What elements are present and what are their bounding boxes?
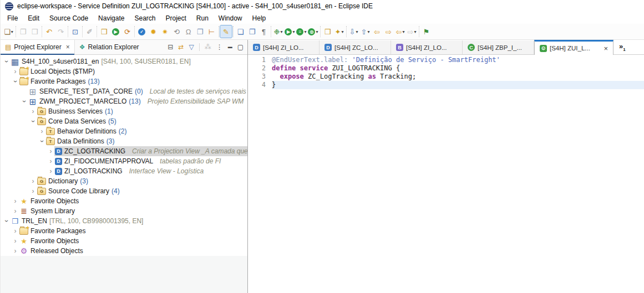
view-tab-relation-explorer[interactable]: ❖Relation Explorer (75, 40, 144, 54)
redo-button[interactable]: ↷ (55, 25, 67, 38)
chevron-expanded-icon[interactable]: › (3, 58, 10, 65)
chevron-expanded-icon[interactable]: › (21, 98, 28, 105)
tree-item-local-objects-tmp[interactable]: ›★Local Objects ($TMP) (1, 66, 247, 76)
close-view-tab-button[interactable]: × (66, 43, 70, 51)
search-button[interactable]: ✦▾ (333, 25, 345, 38)
code-text[interactable]: define service ZUI_LOGTRACKING { (272, 64, 644, 73)
run-as-dropdown-arrow[interactable]: ▾ (292, 29, 295, 34)
menu-edit[interactable]: Edit (23, 13, 44, 23)
tree-item-zc-logtracking[interactable]: ›DZC_LOGTRACKINGCriar a Projection View … (1, 146, 247, 156)
minimize-button[interactable]: ▬ (228, 45, 232, 49)
chevron-collapsed-icon[interactable]: › (12, 238, 19, 244)
chevron-collapsed-icon[interactable]: › (12, 198, 19, 204)
activate-button[interactable]: ✹ (148, 25, 159, 38)
focus-button[interactable]: ⁂ (205, 44, 211, 50)
undo-button[interactable]: ↶ (43, 25, 55, 38)
save-button[interactable]: ❐ (17, 25, 29, 38)
new-button[interactable]: ❏▾ (3, 25, 14, 38)
previous-annotation-button[interactable]: ⇧▾ (359, 25, 371, 38)
next-edit-location-button[interactable]: ⇨ (383, 25, 394, 38)
open-development-object-button[interactable]: ❒ (98, 25, 110, 38)
open-resource-button[interactable]: ❒ (322, 25, 333, 38)
debug-as-button[interactable]: ❉▾ (272, 25, 284, 38)
synchronize-button[interactable]: ⟲ (171, 25, 182, 38)
tree-item-source-code-library[interactable]: ›GSource Code Library(4) (1, 186, 247, 196)
next-annotation-button[interactable]: ⇩▾ (348, 25, 359, 38)
tree-item-system-library[interactable]: ›≣System Library (1, 206, 247, 216)
close-editor-tab-button[interactable]: × (604, 44, 608, 53)
tree-item-core-data-services[interactable]: ›GCore Data Services(5) (1, 116, 247, 126)
tree-item-business-services[interactable]: ›GBusiness Services(1) (1, 106, 247, 116)
tree-item-trl-en[interactable]: ›❒TRL_EN[TRL, 100, CB9980001395, EN] (1, 216, 247, 226)
tree-item-favorite-objects[interactable]: ›★Favorite Objects (1, 236, 247, 246)
chevron-collapsed-icon[interactable]: › (47, 168, 54, 174)
filter-button[interactable]: ▽ (189, 44, 194, 50)
coverage-as-button[interactable]: ≡▾ (296, 25, 307, 38)
code-text[interactable]: } (272, 81, 644, 89)
chevron-expanded-icon[interactable]: › (39, 138, 45, 145)
chevron-collapsed-icon[interactable]: › (38, 128, 45, 135)
coverage-as-dropdown-arrow[interactable]: ▾ (304, 29, 306, 34)
menu-help[interactable]: Help (247, 13, 271, 23)
tree-item-s4h-100-s4user0181-en[interactable]: ›▦S4H_100_s4user0181_en[S4H, 100, S4USER… (1, 56, 247, 66)
debug-as-dropdown-arrow[interactable]: ▾ (280, 29, 282, 34)
open-sap-gui-button[interactable]: ⊡ (69, 25, 81, 38)
menu-search[interactable]: Search (129, 13, 160, 23)
editor-tab-s4h-zui-l[interactable]: ⊙[S4H] ZUI_L...× (534, 40, 613, 55)
attach-magnifier-button[interactable]: ✐ (84, 25, 95, 38)
link-with-editor-button[interactable]: ⇄ (178, 44, 184, 50)
back-history-dropdown-arrow[interactable]: ▾ (402, 29, 404, 34)
menu-run[interactable]: Run (191, 13, 214, 23)
view-tab-project-explorer[interactable]: ▤Project Explorer× (1, 40, 75, 54)
forward-history-button[interactable]: ⇨▾ (406, 25, 418, 38)
profile-as-dropdown-arrow[interactable]: ▾ (316, 29, 318, 34)
lock-object-button[interactable]: Ω (182, 25, 194, 38)
search-dropdown-arrow[interactable]: ▾ (341, 29, 343, 34)
editor-tab-s4h-zi-lo[interactable]: B[S4H] ZI_LO... (391, 40, 463, 54)
run-as-button[interactable]: ▶▾ (284, 25, 296, 38)
menu-file[interactable]: File (2, 13, 23, 23)
menu-navigate[interactable]: Navigate (93, 13, 129, 23)
forward-history-dropdown-arrow[interactable]: ▾ (414, 29, 416, 34)
tree-item-behavior-definitions[interactable]: ›TBehavior Definitions(2) (1, 126, 247, 136)
editor-tab-s4h-zi-lo[interactable]: D[S4H] ZI_LO... (248, 40, 320, 54)
run-development-object-button[interactable]: ▶ (110, 25, 121, 38)
show-source-button[interactable]: ❏ (235, 25, 246, 38)
code-line-4[interactable]: 4} (248, 81, 644, 89)
chevron-expanded-icon[interactable]: › (30, 118, 37, 125)
collapse-all-button[interactable]: ⊟ (168, 44, 173, 50)
where-used-button[interactable]: ⊢ (206, 25, 217, 38)
maximize-button[interactable]: ▢ (237, 44, 244, 50)
code-line-3[interactable]: 3 expose ZC_LogTracking as Tracking; (248, 73, 644, 81)
back-history-button[interactable]: ⇦▾ (394, 25, 406, 38)
new-dropdown-arrow[interactable]: ▾ (11, 29, 13, 34)
toggle-mark-occurrences-button[interactable]: ✎ (220, 25, 232, 38)
menu-window[interactable]: Window (214, 13, 247, 23)
tree-item-zi-fidocumentapproval[interactable]: ›DZI_FIDOCUMENTAPPROVALtabelas padrão de… (1, 156, 247, 166)
chevron-collapsed-icon[interactable]: › (12, 228, 19, 234)
chevron-collapsed-icon[interactable]: › (12, 248, 19, 254)
profile-as-button[interactable]: ◎▾ (307, 25, 319, 38)
chevron-collapsed-icon[interactable]: › (29, 178, 37, 184)
code-editor[interactable]: 1@EndUserText.label: 'Definição de Servi… (248, 55, 644, 293)
view-menu-button[interactable]: ⋮ (216, 44, 223, 50)
tree-item-data-definitions[interactable]: ›TData Definitions(3) (1, 136, 247, 146)
menu-project[interactable]: Project (160, 13, 191, 23)
editor-tab-s4h-zc-lo[interactable]: D[S4H] ZC_LO... (320, 40, 391, 54)
pin-editor-button[interactable]: ⚑ (420, 25, 432, 38)
show-block-selection-button[interactable]: ❐ (246, 25, 258, 38)
code-text[interactable]: expose ZC_LogTracking as Tracking; (272, 73, 644, 81)
show-whitespace-button[interactable]: ¶ (258, 25, 270, 38)
tree-item-service-test-data-core[interactable]: ⊞SERVICE_TEST_DATA_CORE(0)Local de teste… (1, 86, 247, 96)
editor-tab-s4h-zbp-i[interactable]: C[S4H] ZBP_I_... (463, 40, 534, 54)
chevron-collapsed-icon[interactable]: › (29, 108, 37, 115)
chevron-expanded-icon[interactable]: › (3, 218, 10, 225)
chevron-expanded-icon[interactable]: › (12, 78, 19, 85)
previous-annotation-dropdown-arrow[interactable]: ▾ (367, 29, 369, 34)
tree-item-favorite-packages[interactable]: ›★Favorite Packages (1, 226, 247, 236)
tree-item-zi-logtracking[interactable]: ›DZI_LOGTRACKINGInterface View - Logísti… (1, 166, 247, 176)
chevron-collapsed-icon[interactable]: › (47, 158, 54, 165)
chevron-collapsed-icon[interactable]: › (29, 188, 37, 194)
code-line-2[interactable]: 2define service ZUI_LOGTRACKING { (248, 64, 644, 73)
chevron-collapsed-icon[interactable]: › (12, 68, 19, 75)
